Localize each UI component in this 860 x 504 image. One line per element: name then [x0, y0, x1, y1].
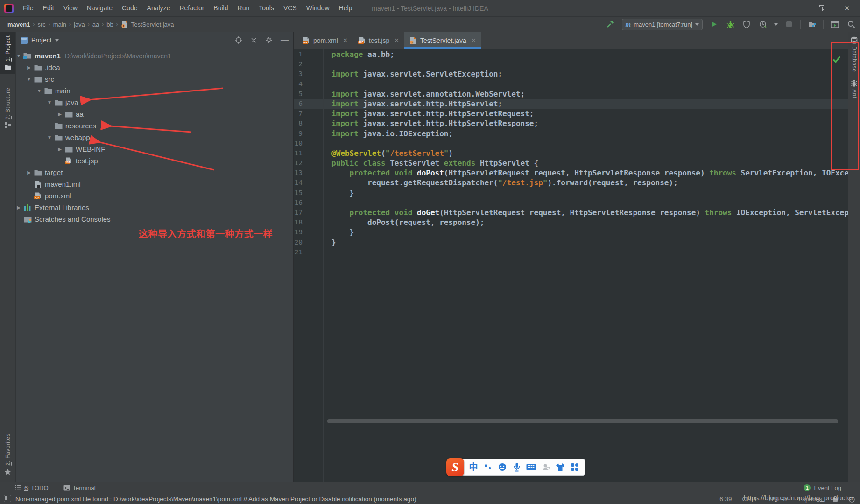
tab-close-icon[interactable]: ✕: [471, 37, 476, 44]
microphone-icon[interactable]: [512, 462, 522, 472]
hide-panel-icon[interactable]: —: [281, 35, 289, 45]
emoji-icon[interactable]: [497, 462, 508, 472]
menu-item-file[interactable]: File: [18, 0, 38, 16]
chevron-right-icon[interactable]: ▶: [26, 65, 32, 70]
chevron-down-icon[interactable]: [55, 39, 59, 42]
tool-stripe-structure[interactable]: 7: Structure: [0, 84, 15, 132]
menu-item-navigate[interactable]: Navigate: [82, 0, 117, 16]
editor-pane[interactable]: <>pom.xml✕JSPtest.jsp✕JTestServlet.java✕…: [294, 32, 848, 482]
chevron-down-icon[interactable]: ▼: [16, 53, 21, 58]
tree-item-scratches-and-consoles[interactable]: Scratches and Consoles: [16, 213, 293, 225]
lock-icon[interactable]: [832, 496, 838, 502]
close-icon[interactable]: ✕: [834, 0, 860, 16]
code-editor[interactable]: 123456789101112131415161718192021 packag…: [294, 49, 848, 482]
menu-item-analyze[interactable]: Analyze: [142, 0, 175, 16]
tree-item-aa[interactable]: ▶aa: [16, 108, 293, 120]
menu-item-run[interactable]: Run: [233, 0, 254, 16]
profiler-button[interactable]: [758, 19, 768, 29]
tab-close-icon[interactable]: ✕: [394, 37, 399, 44]
profiler-chevron-icon[interactable]: [774, 23, 778, 26]
menu-item-tools[interactable]: Tools: [254, 0, 279, 16]
tree-item-external-libraries[interactable]: ▶External Libraries: [16, 202, 293, 213]
tool-stripe-project[interactable]: 1: Project: [0, 32, 15, 74]
chinese-mode-icon[interactable]: 中: [468, 462, 479, 472]
breadcrumb-item-bb[interactable]: bb: [106, 21, 114, 28]
menu-item-vcs[interactable]: VCS: [279, 0, 302, 16]
chevron-down-icon[interactable]: ▼: [26, 77, 32, 82]
breadcrumb-item-maven1[interactable]: maven1: [7, 21, 31, 28]
tab-close-icon[interactable]: ✕: [343, 37, 348, 44]
horizontal-scrollbar[interactable]: [327, 419, 838, 423]
account-icon[interactable]: [541, 462, 551, 472]
tool-stripe-ant[interactable]: Ant: [848, 75, 860, 101]
breadcrumb-item-testservlet-java[interactable]: TestServlet.java: [130, 21, 175, 28]
run-tool-window-button[interactable]: [830, 19, 840, 29]
chevron-right-icon[interactable]: ▶: [57, 147, 63, 152]
tool-stripe-favorites[interactable]: 2: Favorites: [0, 430, 15, 479]
terminal-tool-button[interactable]: Terminal: [63, 484, 96, 491]
tree-item-target[interactable]: ▶target: [16, 167, 293, 178]
editor-tab-pom-xml[interactable]: <>pom.xml✕: [297, 32, 353, 49]
debug-button[interactable]: [725, 19, 735, 29]
breadcrumb-item-src[interactable]: src: [36, 21, 46, 28]
menu-item-refactor[interactable]: Refactor: [175, 0, 209, 16]
breadcrumb-item-java[interactable]: java: [73, 21, 86, 28]
tree-item--idea[interactable]: ▶.idea: [16, 62, 293, 73]
encoding-indicator[interactable]: UTF-8: [769, 496, 787, 503]
editor-tab-test-jsp[interactable]: JSPtest.jsp✕: [353, 32, 404, 49]
project-structure-button[interactable]: [807, 19, 817, 29]
event-log-button[interactable]: 1 Event Log: [804, 484, 841, 491]
menu-item-window[interactable]: Window: [302, 0, 334, 16]
sogou-logo-icon[interactable]: S: [446, 458, 464, 476]
project-panel-title[interactable]: Project: [31, 36, 52, 44]
tool-window-switcher-icon[interactable]: [4, 495, 11, 502]
tree-item-web-inf[interactable]: ▶WEB-INF: [16, 143, 293, 155]
chevron-right-icon[interactable]: ▶: [16, 205, 21, 210]
skin-icon[interactable]: [555, 462, 565, 472]
run-button[interactable]: [709, 19, 719, 29]
menu-item-edit[interactable]: Edit: [38, 0, 59, 16]
run-configuration-select[interactable]: m maven1 [tomcat7:run]: [622, 19, 703, 30]
menu-item-code[interactable]: Code: [117, 0, 142, 16]
chevron-right-icon[interactable]: ▶: [26, 170, 32, 175]
chevron-down-icon[interactable]: ▼: [47, 135, 52, 140]
tree-item-maven1-iml[interactable]: maven1.iml: [16, 178, 293, 190]
locate-icon[interactable]: [235, 36, 242, 44]
menu-item-help[interactable]: Help: [334, 0, 357, 16]
caret-position[interactable]: 6:39: [719, 496, 732, 503]
hector-inspector-icon[interactable]: [848, 496, 855, 503]
restore-icon[interactable]: [808, 0, 834, 16]
inspection-ok-icon[interactable]: [832, 56, 841, 63]
tree-item-resources[interactable]: resources: [16, 120, 293, 132]
indent-indicator[interactable]: 4 spaces: [797, 496, 822, 503]
build-hammer-icon[interactable]: [606, 19, 616, 29]
tree-item-java[interactable]: ▼java: [16, 97, 293, 108]
settings-gear-icon[interactable]: [265, 36, 273, 44]
tree-item-main[interactable]: ▼main: [16, 85, 293, 97]
todo-tool-button[interactable]: 6: TODO: [15, 484, 49, 491]
menu-item-view[interactable]: View: [59, 0, 82, 16]
chevron-down-icon[interactable]: ▼: [47, 100, 52, 105]
chevron-right-icon[interactable]: ▶: [57, 112, 63, 117]
punctuation-icon[interactable]: [483, 462, 493, 472]
tree-item-maven1[interactable]: ▼maven1D:\work\ideaProjects\Maven\maven1: [16, 50, 293, 62]
editor-tab-testservlet-java[interactable]: JTestServlet.java✕: [404, 32, 481, 49]
status-message[interactable]: Non-managed pom.xml file found:: D:\work…: [15, 496, 416, 503]
tree-item-test-jsp[interactable]: JSPtest.jsp: [16, 155, 293, 167]
line-ending-indicator[interactable]: CRLF: [742, 496, 758, 503]
breadcrumb-item-aa[interactable]: aa: [92, 21, 100, 28]
tree-item-src[interactable]: ▼src: [16, 73, 293, 85]
chevron-down-icon[interactable]: ▼: [36, 88, 42, 93]
keyboard-icon[interactable]: [526, 462, 536, 472]
tree-item-pom-xml[interactable]: <>pom.xml: [16, 190, 293, 202]
tool-stripe-database[interactable]: Database: [848, 32, 860, 75]
menu-item-build[interactable]: Build: [209, 0, 233, 16]
toolbox-icon[interactable]: [570, 462, 580, 472]
breadcrumb-item-main[interactable]: main: [52, 21, 67, 28]
collapse-all-icon[interactable]: [250, 37, 257, 44]
stop-button[interactable]: [784, 19, 794, 29]
search-everywhere-icon[interactable]: [846, 19, 856, 29]
coverage-button[interactable]: [741, 19, 752, 29]
minimize-icon[interactable]: –: [782, 0, 808, 16]
tree-item-webapp[interactable]: ▼webapp: [16, 132, 293, 143]
